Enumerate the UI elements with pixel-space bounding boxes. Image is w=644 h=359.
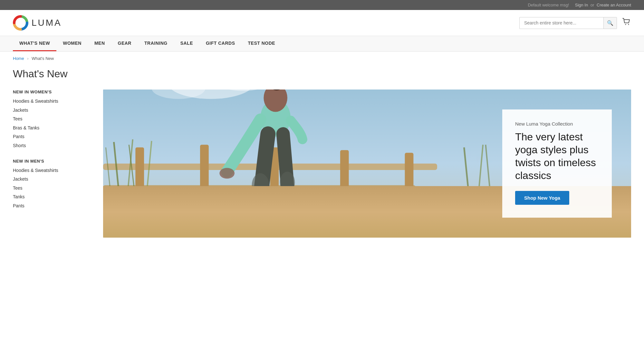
svg-rect-11	[103, 185, 416, 191]
svg-point-28	[252, 173, 269, 197]
nav-link-gear[interactable]: Gear	[111, 36, 138, 50]
svg-rect-15	[340, 150, 349, 207]
list-item: Bras & Tanks	[13, 125, 90, 131]
svg-rect-13	[200, 145, 209, 206]
svg-point-31	[281, 203, 298, 213]
welcome-message: Default welcome msg!	[528, 3, 569, 7]
nav-item-gear: Gear	[111, 36, 138, 51]
list-item: Shorts	[13, 143, 90, 149]
sidebar-men-title: NEW IN MEN'S	[13, 159, 90, 164]
header-right: 🔍	[519, 17, 631, 29]
search-input[interactable]	[520, 18, 603, 28]
sidebar-men-tees[interactable]: Tees	[13, 185, 23, 191]
create-account-link[interactable]: Create an Account	[597, 3, 631, 7]
svg-point-32	[219, 168, 235, 178]
nav-link-men[interactable]: Men	[88, 36, 111, 50]
list-item: Tees	[13, 116, 90, 122]
search-wrapper: 🔍	[519, 17, 617, 29]
logo-link[interactable]: LUMA	[13, 15, 62, 31]
sidebar-women-hoodies[interactable]: Hoodies & Sweatshirts	[13, 99, 58, 104]
svg-point-30	[247, 207, 267, 217]
breadcrumb-home[interactable]: Home	[13, 56, 24, 61]
breadcrumb: Home › What's New	[0, 52, 644, 65]
list-item: Pants	[13, 134, 90, 140]
list-item: Hoodies & Sweatshirts	[13, 98, 90, 105]
hero-overlay-title: The very latest yoga styles plus twists …	[515, 130, 599, 182]
list-item: Jackets	[13, 176, 90, 183]
svg-rect-12	[135, 147, 144, 207]
nav-link-women[interactable]: Women	[56, 36, 88, 50]
header: LUMA 🔍	[0, 10, 644, 36]
sidebar-women-shorts[interactable]: Shorts	[13, 143, 26, 148]
list-item: Tanks	[13, 194, 90, 200]
hero-scene: New Luma Yoga Collection The very latest…	[103, 90, 631, 238]
main-nav: What's New Women Men Gear Training Sale …	[0, 36, 644, 52]
list-item: Hoodies & Sweatshirts	[13, 167, 90, 174]
hero-overlay: New Luma Yoga Collection The very latest…	[502, 109, 612, 218]
shop-new-yoga-button[interactable]: Shop New Yoga	[515, 191, 569, 205]
nav-link-gift-cards[interactable]: Gift Cards	[199, 36, 242, 50]
sidebar-men-pants[interactable]: Pants	[13, 203, 24, 208]
logo-text: LUMA	[32, 18, 62, 28]
page-title: What's New	[0, 65, 644, 90]
sidebar-women-section: NEW IN WOMEN'S Hoodies & Sweatshirts Jac…	[13, 90, 90, 149]
svg-point-1	[625, 24, 626, 25]
nav-item-training: Training	[138, 36, 174, 51]
breadcrumb-separator: ›	[27, 56, 28, 61]
list-item: Tees	[13, 185, 90, 192]
sidebar-men-list: Hoodies & Sweatshirts Jackets Tees Tanks…	[13, 167, 90, 209]
sidebar-men-hoodies[interactable]: Hoodies & Sweatshirts	[13, 168, 58, 173]
nav-item-gift-cards: Gift Cards	[199, 36, 242, 51]
svg-point-2	[628, 24, 629, 25]
sidebar-women-pants[interactable]: Pants	[13, 134, 24, 139]
cart-icon[interactable]	[622, 17, 631, 28]
sidebar-women-tees[interactable]: Tees	[13, 116, 23, 121]
nav-item-women: Women	[56, 36, 88, 51]
list-item: Pants	[13, 203, 90, 209]
nav-link-training[interactable]: Training	[138, 36, 174, 50]
logo-icon	[13, 15, 28, 31]
nav-item-sale: Sale	[174, 36, 199, 51]
sidebar-men-tanks[interactable]: Tanks	[13, 194, 25, 199]
hero-overlay-subtitle: New Luma Yoga Collection	[515, 121, 599, 127]
sidebar-men-jackets[interactable]: Jackets	[13, 176, 28, 182]
nav-item-whats-new: What's New	[13, 36, 56, 51]
svg-rect-16	[405, 153, 414, 204]
search-icon: 🔍	[607, 20, 613, 26]
svg-point-29	[280, 172, 295, 193]
sidebar-women-list: Hoodies & Sweatshirts Jackets Tees Bras …	[13, 98, 90, 149]
signin-link[interactable]: Sign In	[575, 3, 588, 7]
top-bar: Default welcome msg! Sign In or Create a…	[0, 0, 644, 10]
search-button[interactable]: 🔍	[603, 17, 617, 29]
breadcrumb-current: What's New	[32, 56, 54, 61]
or-separator: or	[591, 3, 594, 7]
nav-link-whats-new[interactable]: What's New	[13, 36, 56, 51]
nav-item-test-node: test node	[242, 36, 282, 51]
sidebar-men-section: NEW IN MEN'S Hoodies & Sweatshirts Jacke…	[13, 159, 90, 209]
list-item: Jackets	[13, 107, 90, 114]
nav-item-men: Men	[88, 36, 111, 51]
hero-banner: New Luma Yoga Collection The very latest…	[103, 90, 631, 238]
sidebar-women-jackets[interactable]: Jackets	[13, 108, 28, 113]
sidebar-women-title: NEW IN WOMEN'S	[13, 90, 90, 94]
nav-link-test-node[interactable]: test node	[242, 36, 282, 50]
sidebar-women-bras-tanks[interactable]: Bras & Tanks	[13, 125, 39, 130]
nav-link-sale[interactable]: Sale	[174, 36, 199, 50]
sidebar: NEW IN WOMEN'S Hoodies & Sweatshirts Jac…	[13, 90, 90, 238]
nav-list: What's New Women Men Gear Training Sale …	[0, 36, 644, 51]
main-content: NEW IN WOMEN'S Hoodies & Sweatshirts Jac…	[0, 90, 644, 250]
